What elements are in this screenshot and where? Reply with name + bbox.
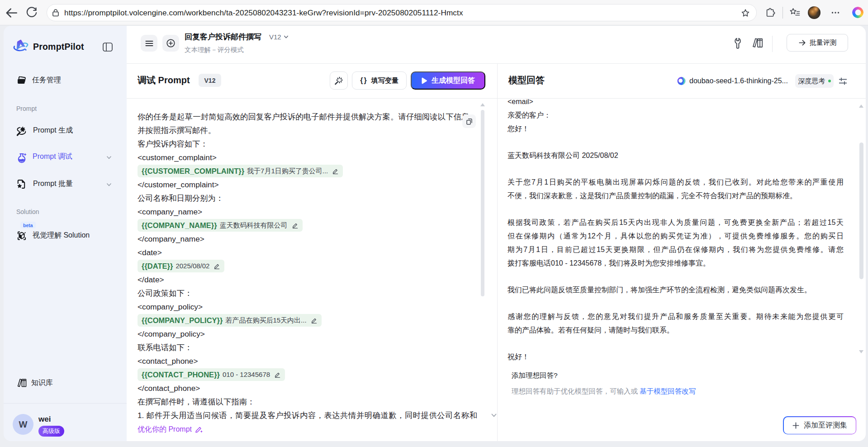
knowledge-base-icon: [17, 378, 27, 388]
answer-line: 根据我司政策，若产品在购买后15天内出现非人为质量问题，可免费更换全新产品；若超…: [508, 216, 844, 229]
prompt-line: <date>: [138, 246, 477, 259]
edit-pencil-icon[interactable]: [292, 222, 299, 229]
prompt-line: </date>: [138, 273, 477, 286]
prompt-line: 1. 邮件开头用适当问候语，简要提及客户投诉内容，表达共情并明确道歉，同时提供公…: [138, 409, 477, 422]
copilot-icon[interactable]: [852, 7, 863, 18]
plan-badge: 高级版: [38, 426, 64, 437]
deep-think-badge[interactable]: 深度思考: [795, 74, 834, 88]
model-settings-icon[interactable]: [839, 76, 847, 87]
task-subtitle: 文本理解－评分模式: [185, 46, 244, 54]
answer-line: 不便，我们深表歉意，这是我们产品质量控制的疏漏，完全不符合我们对产品的预期标准。: [508, 189, 844, 203]
variable-chip[interactable]: {{DATE}}2025/08/02: [138, 260, 224, 272]
user-avatar[interactable]: W: [13, 414, 33, 435]
scroll-down-arrow[interactable]: [859, 350, 863, 353]
doubao-model-icon: [676, 76, 687, 86]
edit-pencil-icon[interactable]: [332, 168, 339, 175]
variable-chip[interactable]: {{COMPANY_POLICY}}若产品在购买后15天内出...: [138, 314, 322, 327]
answer-line: [508, 136, 844, 149]
prompt-line: </company_name>: [138, 232, 477, 246]
sidebar-item-prompt-generate[interactable]: Prompt 生成: [33, 126, 73, 135]
prompt-line: 联系电话如下：: [138, 341, 477, 354]
prompt-line: 公司政策如下：: [138, 286, 477, 300]
arrow-right-icon: [798, 39, 806, 47]
rewrite-from-answer-link[interactable]: 基于模型回答改写: [640, 387, 696, 395]
answer-line: 感谢您的理解与反馈，您的意见对我们提升产品和服务质量至关重要。期待未来能为您提供…: [508, 310, 844, 323]
menu-button[interactable]: [141, 35, 157, 52]
tools-button[interactable]: [730, 35, 745, 51]
answer-line: 但在保修期内（通常为12个月，具体以您的购买凭证为准），可提供免费维修服务。您的…: [508, 229, 844, 243]
copy-prompt-button[interactable]: [462, 114, 476, 128]
prompt-line: {{CUSTOMER_COMPLAINT}}我于7月1日购买了贵公司...: [138, 164, 477, 178]
prompt-line: </customer_complaint>: [138, 178, 477, 191]
prompt-version-badge: V12: [199, 74, 221, 87]
expand-prompt-chevron[interactable]: [491, 412, 497, 418]
edit-pencil-icon[interactable]: [213, 263, 220, 270]
books-icon: [752, 37, 764, 49]
answer-line: 靠的产品体验。若有任何疑问，请随时与我们联系。: [508, 323, 844, 337]
variable-value: 若产品在购买后15天内出...: [225, 314, 306, 327]
model-answer-content: <email>亲爱的客户：您好！蓝天数码科技有限公司 2025/08/02关于您…: [498, 99, 866, 441]
browser-refresh-button[interactable]: [24, 5, 39, 20]
prompt-batch-icon: [16, 179, 27, 190]
prompt-scrollbar[interactable]: [481, 110, 484, 296]
answer-scrollbar[interactable]: [859, 143, 863, 279]
variable-value: 我于7月1日购买了贵公司...: [247, 164, 328, 178]
batch-eval-button[interactable]: 批量评测: [787, 34, 848, 52]
browser-toolbar: https://promptpilot.volcengine.com/workb…: [0, 0, 868, 25]
prompt-editor[interactable]: 你的任务是起草一封简短高效的回复客户投诉的电子邮件并提供解决方案。请仔细阅读以下…: [127, 99, 498, 441]
favorite-star-icon[interactable]: [740, 8, 750, 18]
user-name: wei: [38, 415, 51, 424]
variable-name: {{COMPANY_NAME}}: [142, 219, 217, 232]
extensions-button[interactable]: [763, 5, 778, 20]
prompt-line: <company_name>: [138, 205, 477, 219]
sidebar-item-knowledge-base[interactable]: 知识库: [31, 378, 53, 388]
new-task-button[interactable]: [162, 35, 179, 52]
model-name[interactable]: doubao-seed-1.6-thinking-25...: [689, 77, 788, 85]
sidebar-item-vision-solution[interactable]: 视觉理解 Solution: [33, 231, 90, 240]
library-button[interactable]: [750, 35, 765, 51]
scroll-up-arrow[interactable]: [480, 103, 485, 106]
chevron-down-icon[interactable]: [106, 154, 112, 161]
url-text: https://promptpilot.volcengine.com/workb…: [64, 8, 463, 18]
optimize-prompt-link[interactable]: 优化你的 Prompt: [138, 423, 203, 436]
variable-chip[interactable]: {{CONTACT_PHONE}}010 - 12345678: [138, 368, 285, 381]
task-title-row: 回复客户投诉邮件撰写 V12: [185, 32, 289, 42]
answer-line: 期为7月1日，目前已超过15天更换期限，但产品仍在保修期内，我们将为您提供免费维…: [508, 243, 844, 257]
favorites-button[interactable]: [787, 5, 802, 20]
browser-back-button[interactable]: [4, 5, 19, 20]
answer-line: 拨打客服电话010 - 12345678，我们将及时为您安排维修事宜。: [508, 257, 844, 270]
browser-menu-button[interactable]: [828, 5, 843, 20]
copy-icon: [465, 118, 473, 125]
back-arrow-icon: [4, 5, 19, 20]
browser-profile-avatar[interactable]: [808, 6, 821, 19]
variable-chip[interactable]: {{CUSTOMER_COMPLAINT}}我于7月1日购买了贵公司...: [138, 165, 343, 177]
sidebar-item-prompt-batch[interactable]: Prompt 批量: [33, 179, 73, 189]
add-to-eval-label: 添加至评测集: [804, 421, 847, 430]
chevron-down-icon[interactable]: [106, 181, 112, 188]
collapse-sidebar-button[interactable]: [103, 43, 113, 52]
add-to-eval-button[interactable]: 添加至评测集: [783, 416, 856, 434]
sidebar: PromptPilot 任务管理 Prompt Prompt 生成 Prompt…: [4, 26, 127, 441]
prompt-line: {{CONTACT_PHONE}}010 - 12345678: [138, 368, 477, 381]
fill-variables-button[interactable]: {} 填写变量: [352, 71, 407, 90]
generate-answer-button[interactable]: 生成模型回答: [411, 71, 485, 90]
address-bar[interactable]: https://promptpilot.volcengine.com/workb…: [47, 4, 757, 21]
variable-chip[interactable]: {{COMPANY_NAME}}蓝天数码科技有限公司: [138, 219, 303, 232]
edit-pencil-icon[interactable]: [274, 371, 281, 378]
deep-think-label: 深度思考: [798, 77, 825, 86]
scroll-up-arrow[interactable]: [859, 105, 863, 108]
wrench-icon: [734, 37, 742, 49]
prompt-line: 在撰写邮件时，请遵循以下指南：: [138, 395, 477, 409]
sidebar-item-task-management[interactable]: 任务管理: [32, 76, 61, 85]
sidebar-item-prompt-debug[interactable]: Prompt 调试: [33, 152, 72, 162]
edit-pencil-icon[interactable]: [311, 317, 318, 324]
task-version-selector[interactable]: V12: [269, 33, 289, 41]
prompt-line: {{COMPANY_NAME}}蓝天数码科技有限公司: [138, 219, 477, 232]
chevron-down-icon: [283, 34, 289, 40]
ai-optimize-button[interactable]: [330, 71, 348, 90]
prompt-line: 公司名称和日期分别为：: [138, 191, 477, 205]
plus-icon: [792, 422, 800, 429]
debug-panel-header: 调试 Prompt V12 {} 填写变量 生成模型回答: [127, 64, 497, 99]
prompt-line: 客户投诉内容如下：: [138, 137, 477, 151]
answer-line: [508, 203, 844, 216]
